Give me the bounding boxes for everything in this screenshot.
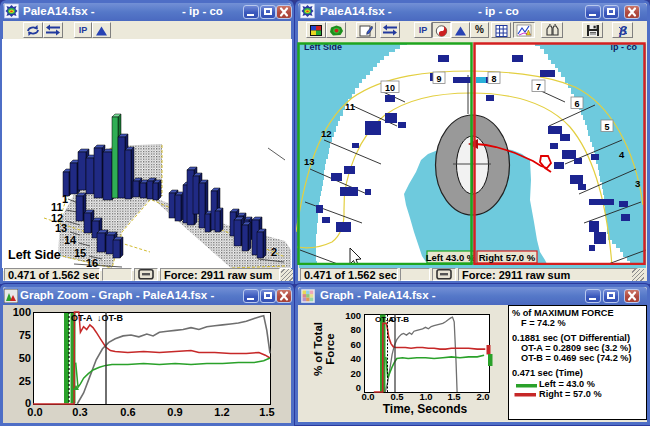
svg-text:0.0: 0.0	[27, 406, 42, 418]
svg-text:14: 14	[64, 234, 77, 246]
svg-text:80: 80	[350, 324, 361, 335]
svg-text:Left = 43.0 %: Left = 43.0 %	[539, 379, 595, 389]
svg-text:0.471 sec (Time): 0.471 sec (Time)	[512, 368, 583, 378]
svg-text:5: 5	[604, 122, 609, 132]
svg-text:Time, Seconds: Time, Seconds	[383, 402, 468, 416]
svg-text:% of MAXIMUM FORCE: % of MAXIMUM FORCE	[512, 308, 614, 318]
svg-text:0.9: 0.9	[167, 406, 182, 418]
svg-text:4: 4	[619, 149, 625, 160]
svg-text:12: 12	[321, 128, 332, 139]
svg-text:10: 10	[385, 83, 395, 93]
svg-text:3: 3	[635, 178, 640, 189]
svg-text:25: 25	[19, 375, 31, 387]
svg-text:60: 60	[350, 339, 361, 350]
svg-text:0.1881 sec (OT Differential): 0.1881 sec (OT Differential)	[512, 333, 630, 343]
svg-text:16: 16	[86, 257, 98, 268]
svg-text:7: 7	[536, 82, 541, 92]
svg-text:OT-A = 0.2809 sec (3.2 %): OT-A = 0.2809 sec (3.2 %)	[521, 343, 631, 353]
svg-text:0.3: 0.3	[72, 406, 87, 418]
svg-text:1.0: 1.0	[419, 391, 432, 402]
svg-text:8: 8	[491, 74, 496, 84]
svg-text:F = 74.2 %: F = 74.2 %	[521, 318, 566, 328]
svg-text:20: 20	[350, 368, 361, 379]
svg-text:2.0: 2.0	[476, 391, 489, 402]
svg-text:6: 6	[574, 99, 579, 109]
svg-text:11: 11	[345, 101, 356, 112]
svg-text:1.2: 1.2	[214, 406, 229, 418]
svg-text:100: 100	[345, 310, 361, 321]
svg-text:13: 13	[304, 156, 315, 167]
svg-text:OT-A: OT-A	[71, 313, 93, 323]
svg-text:0.6: 0.6	[120, 406, 135, 418]
svg-text:1.5: 1.5	[447, 391, 461, 402]
svg-text:Left Side: Left Side	[8, 248, 61, 262]
svg-text:OT-B: OT-B	[390, 315, 409, 324]
svg-text:1.5: 1.5	[259, 406, 274, 418]
svg-text:% of Total: % of Total	[312, 322, 324, 376]
svg-text:0.0: 0.0	[361, 391, 374, 402]
svg-text:OT-B = 0.469 sec (74.2 %): OT-B = 0.469 sec (74.2 %)	[521, 353, 632, 363]
svg-text:2: 2	[271, 246, 277, 258]
svg-text:Right = 57.0 %: Right = 57.0 %	[539, 389, 602, 399]
svg-text:0: 0	[356, 382, 361, 393]
svg-text:75: 75	[19, 329, 31, 341]
svg-text:1: 1	[62, 193, 68, 205]
svg-text:Right 57.0 %: Right 57.0 %	[479, 252, 536, 263]
svg-text:Left 43.0 %: Left 43.0 %	[426, 252, 476, 263]
svg-text:9: 9	[436, 74, 441, 84]
svg-text:↓OT-B: ↓OT-B	[97, 313, 123, 323]
svg-text:15: 15	[74, 247, 86, 259]
svg-text:40: 40	[350, 353, 361, 364]
svg-text:100: 100	[13, 306, 31, 318]
svg-text:13: 13	[55, 222, 67, 234]
svg-text:0.5: 0.5	[390, 391, 404, 402]
svg-text:50: 50	[19, 352, 31, 364]
svg-text:Force: Force	[324, 333, 336, 364]
